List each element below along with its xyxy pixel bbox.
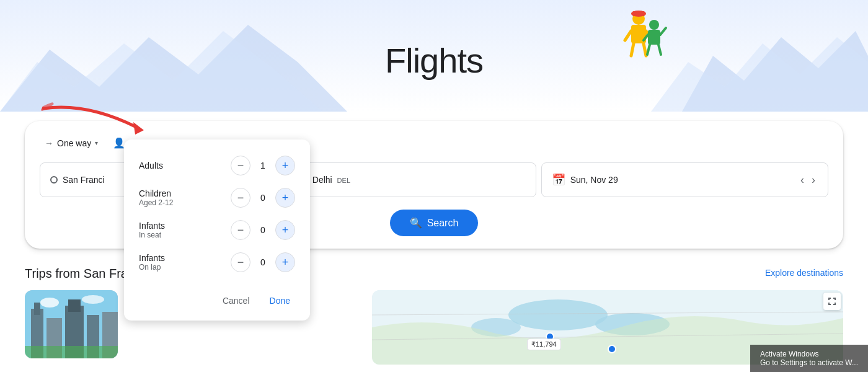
children-row: Children Aged 2-12 − 0 + (139, 182, 295, 214)
svg-point-31 (508, 299, 608, 330)
destination-value: w Delhi DEL (304, 175, 350, 185)
adults-title: Adults (139, 161, 231, 170)
adults-row: Adults − 1 + (139, 149, 295, 182)
adults-label: Adults (139, 161, 231, 170)
infants-lap-row: Infants On lap − 0 + (139, 246, 295, 278)
infants-seat-sublabel: In seat (139, 231, 231, 239)
trip-card[interactable] (25, 290, 118, 358)
children-title: Children (139, 188, 231, 198)
infants-seat-plus-button[interactable]: + (275, 220, 295, 240)
page-title: Flights (385, 40, 483, 81)
search-icon: 🔍 (410, 217, 422, 229)
children-plus-button[interactable]: + (275, 188, 295, 208)
infants-lap-title: Infants (139, 253, 231, 263)
svg-line-8 (631, 43, 634, 56)
trip-type-chevron-icon: ▾ (95, 140, 98, 146)
infants-seat-label: Infants In seat (139, 221, 231, 239)
map-price-label: ₹11,794 (527, 339, 561, 350)
trip-type-arrow-icon: → (45, 138, 53, 148)
origin-value: San Franci (63, 175, 105, 185)
trips-section-title: Trips from San Fra (25, 267, 128, 281)
adults-plus-button[interactable]: + (275, 156, 295, 175)
trip-type-label: One way (57, 138, 91, 148)
svg-point-27 (40, 298, 59, 308)
infants-lap-plus-button[interactable]: + (275, 252, 295, 272)
svg-line-14 (647, 45, 650, 55)
children-label: Children Aged 2-12 (139, 188, 231, 207)
children-sublabel: Aged 2-12 (139, 198, 231, 207)
infants-lap-value: 0 (258, 257, 268, 267)
map-dot-2 (608, 345, 616, 353)
date-prev-button[interactable]: ‹ (798, 171, 807, 189)
activate-windows-line2: Go to Settings to activate W... (760, 358, 858, 367)
svg-marker-3 (651, 37, 868, 112)
svg-point-10 (649, 20, 659, 30)
infants-seat-minus-button[interactable]: − (231, 220, 250, 240)
explore-destinations-link[interactable]: Explore destinations (765, 268, 843, 278)
infants-seat-value: 0 (258, 225, 268, 235)
svg-rect-24 (68, 299, 81, 312)
infants-lap-counter: − 0 + (231, 252, 295, 272)
infants-lap-sublabel: On lap (139, 263, 231, 272)
cancel-button[interactable]: Cancel (218, 291, 255, 311)
svg-marker-1 (0, 31, 322, 112)
character-illustration (620, 6, 670, 62)
date-field[interactable]: 📅 Sun, Nov 29 ‹ › (541, 162, 828, 197)
adults-minus-button[interactable]: − (231, 156, 250, 175)
infants-seat-counter: − 0 + (231, 220, 295, 240)
activate-windows-line1: Activate Windows (760, 350, 858, 358)
children-counter: − 0 + (231, 188, 295, 208)
infants-seat-row: Infants In seat − 0 + (139, 214, 295, 246)
destination-code: DEL (337, 177, 350, 184)
dropdown-actions: Cancel Done (139, 286, 295, 311)
svg-line-15 (658, 45, 661, 55)
children-minus-button[interactable]: − (231, 188, 250, 208)
svg-rect-29 (25, 346, 118, 358)
trip-type-button[interactable]: → One way ▾ (40, 135, 103, 152)
expand-icon (827, 296, 837, 306)
activate-windows-banner: Activate Windows Go to Settings to activ… (750, 345, 868, 372)
expand-map-button[interactable] (823, 293, 841, 310)
date-value: Sun, Nov 29 (570, 175, 618, 185)
infants-lap-label: Infants On lap (139, 253, 231, 272)
search-button[interactable]: 🔍 Search (390, 210, 479, 236)
calendar-icon: 📅 (552, 173, 565, 187)
infants-lap-minus-button[interactable]: − (231, 252, 250, 272)
date-navigation: ‹ › (798, 171, 818, 189)
svg-point-28 (82, 295, 104, 304)
adults-counter: − 1 + (231, 156, 295, 175)
search-button-label: Search (427, 218, 459, 229)
svg-rect-17 (632, 11, 645, 16)
date-next-button[interactable]: › (809, 171, 818, 189)
svg-line-12 (660, 28, 666, 35)
infants-seat-title: Infants (139, 221, 231, 231)
svg-line-6 (625, 31, 631, 40)
done-button[interactable]: Done (265, 291, 295, 311)
svg-rect-21 (34, 303, 40, 315)
svg-rect-11 (648, 30, 660, 45)
svg-line-9 (644, 43, 646, 56)
children-value: 0 (258, 193, 268, 203)
destination-field[interactable]: w Delhi DEL (293, 162, 536, 197)
adults-value: 1 (258, 161, 268, 170)
passengers-dropdown: Adults − 1 + Children Aged 2-12 − 0 + In… (124, 140, 310, 321)
origin-circle-icon (50, 176, 58, 184)
